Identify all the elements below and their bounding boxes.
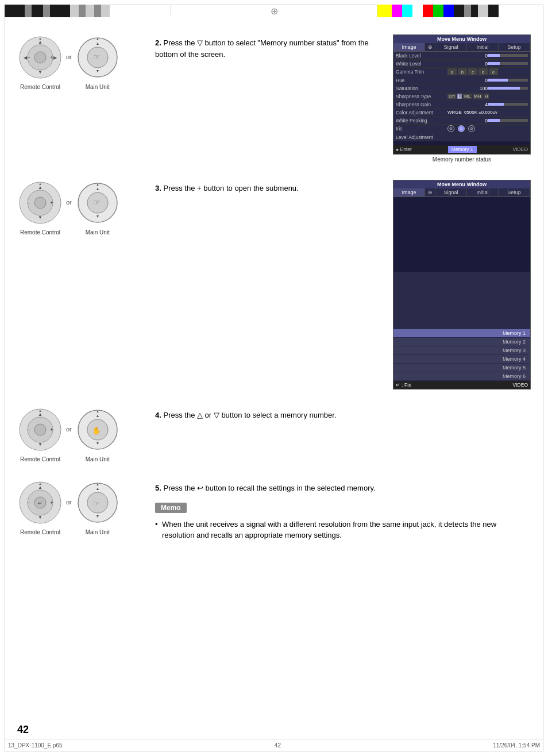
section-row-5: ▲ ▼ + – ▲ ↵ Remote Control or (17, 480, 531, 541)
main-unit-svg-3: ▲ ▼ ☞ ▲ (75, 180, 121, 226)
main-unit-2: ▲ ▼ ☞ ▲ Main Unit (75, 34, 121, 90)
submenu-body (393, 197, 530, 272)
instruction-2: 2. Press the ▽ button to select "Memory … (155, 34, 381, 60)
svg-text:▼: ▼ (95, 214, 99, 218)
svg-text:▲: ▲ (96, 183, 99, 186)
instruction-5: 5. Press the ↩ button to recall the sett… (155, 480, 531, 541)
submenu-tab-icon: ⊕ (425, 188, 435, 196)
submenu-item-2: Memory 2 (393, 338, 530, 346)
page-number: 42 (17, 724, 29, 736)
color-block (464, 5, 471, 17)
option-h: H (484, 94, 489, 99)
remote-control-4: ▲ ▼ + – ▲ Remote Control (17, 407, 63, 462)
row-bar (488, 62, 528, 65)
svg-text:+: + (50, 427, 53, 433)
row-label: Gamma Trim (396, 69, 447, 75)
svg-text:▲: ▲ (38, 182, 42, 186)
color-block (488, 5, 499, 17)
svg-point-32 (34, 424, 46, 435)
svg-text:–: – (27, 500, 30, 506)
svg-text:▲: ▲ (96, 410, 99, 413)
row-bar (488, 79, 528, 82)
option-ml: ML (463, 94, 472, 99)
row-label: Sharpness Type (396, 94, 447, 99)
remote-label-2: Remote Control (20, 84, 60, 90)
main-unit-5: ▲ ▼ ☞ ▲ Main Unit (75, 480, 121, 535)
color-block (70, 5, 79, 17)
color-block (423, 5, 433, 17)
svg-text:☞: ☞ (92, 198, 100, 207)
top-bar-center: ⊕ (171, 5, 377, 17)
main-unit-pad-5: ▲ ▼ ☞ ▲ (75, 480, 121, 526)
row-label: White Peaking (396, 118, 447, 124)
submenu-item-4: Memory 4 (393, 355, 530, 363)
color-block (443, 5, 454, 17)
row-value: 0 (447, 53, 488, 59)
main-unit-svg-4: ▲ ▼ ✋ ▲ (75, 407, 121, 453)
svg-point-18 (34, 197, 46, 209)
menu-title-bar: Move Menu Window (393, 35, 530, 43)
submenu-fix: ↵ : Fix (396, 382, 411, 388)
row-options: Off L ML MH H (447, 94, 528, 99)
submenu-title-bar: Move Menu Window (393, 180, 530, 188)
main-unit-4: ▲ ▼ ✋ ▲ Main Unit (75, 407, 121, 462)
svg-text:–: – (27, 200, 30, 206)
option-mh: MH (473, 94, 482, 99)
footer-enter: ● Enter (396, 146, 412, 152)
main-unit-label-2: Main Unit (86, 84, 110, 90)
content-area: ▲ ▼ ◀ ▶ + – ▲ Remote Control or (17, 29, 531, 727)
menu-row-gamma: Gamma Trim a b c d e (393, 68, 530, 76)
main-unit-pad-2: ▲ ▼ ☞ ▲ (75, 34, 121, 80)
top-bar-left (5, 5, 171, 17)
svg-text:▲: ▲ (38, 485, 43, 490)
gamma-cell-c: c (468, 68, 477, 75)
main-unit-svg-5: ▲ ▼ ☞ ▲ (75, 480, 121, 526)
row-value: 0 (447, 78, 488, 83)
menu-row-white-level: White Level 0 (393, 60, 530, 68)
footer-memory: Memory 1 (448, 146, 477, 153)
color-block (43, 5, 50, 17)
step-num-2: 2. (155, 38, 161, 47)
row-label: Level Adjustment (396, 134, 447, 140)
remote-button-pad-3: ▲ ▼ + – ▲ (17, 180, 63, 226)
color-block (32, 5, 43, 17)
row-label: White Level (396, 61, 447, 67)
submenu-video: VIDEO (513, 382, 528, 388)
controls-area-3: ▲ ▼ + – ▲ Remote Control or ▲ ▼ (17, 180, 144, 236)
or-text-4: or (66, 426, 72, 444)
row-value: 0 (447, 61, 488, 67)
menu-tabs: Image ⊕ Signal Initial Setup (393, 43, 530, 52)
top-bar-right (377, 5, 543, 17)
main-unit-label-3: Main Unit (86, 229, 110, 236)
remote-pad-svg-3: ▲ ▼ + – ▲ (17, 180, 63, 226)
svg-text:▲: ▲ (95, 187, 99, 191)
main-unit-svg-2: ▲ ▼ ☞ ▲ (75, 34, 121, 80)
remote-button-pad-2: ▲ ▼ ◀ ▶ + – ▲ (17, 34, 63, 80)
color-adj-value: 6500K ±0.000uv (464, 110, 497, 115)
gamma-cell-b: b (458, 68, 467, 75)
submenu-list: Memory 1 Memory 2 Memory 3 Memory 4 Memo… (393, 329, 530, 380)
iris-row: ⊙ ⊙ ⊙ (447, 125, 528, 132)
menu-row-sharpness-gain: Sharpness Gain 4 (393, 101, 530, 109)
step-num-4: 4. (155, 411, 161, 419)
color-block (25, 5, 32, 17)
crosshair-icon: ⊕ (271, 6, 278, 17)
row-bar (488, 54, 528, 57)
controls-area-5: ▲ ▼ + – ▲ ↵ Remote Control or (17, 480, 144, 535)
svg-text:▲: ▲ (95, 414, 99, 418)
svg-text:✋: ✋ (92, 426, 102, 435)
submenu-screenshot: Move Menu Window Image ⊕ Signal Initial … (393, 180, 531, 389)
color-block (471, 5, 478, 17)
svg-point-2 (34, 52, 46, 63)
row-label: Hue (396, 78, 447, 83)
menu-row-sharpness-type: Sharpness Type Off L ML MH H (393, 92, 530, 101)
color-block (412, 5, 423, 17)
remote-control-2: ▲ ▼ ◀ ▶ + – ▲ Remote Control (17, 34, 63, 90)
main-unit-pad-4: ▲ ▼ ✋ ▲ (75, 407, 121, 453)
svg-text:▲: ▲ (38, 37, 42, 40)
svg-text:–: – (27, 55, 30, 60)
submenu-tab-initial: Initial (467, 188, 499, 196)
svg-text:▼: ▼ (95, 514, 99, 518)
svg-text:+: + (50, 200, 53, 206)
row-value: 0 (447, 118, 488, 124)
